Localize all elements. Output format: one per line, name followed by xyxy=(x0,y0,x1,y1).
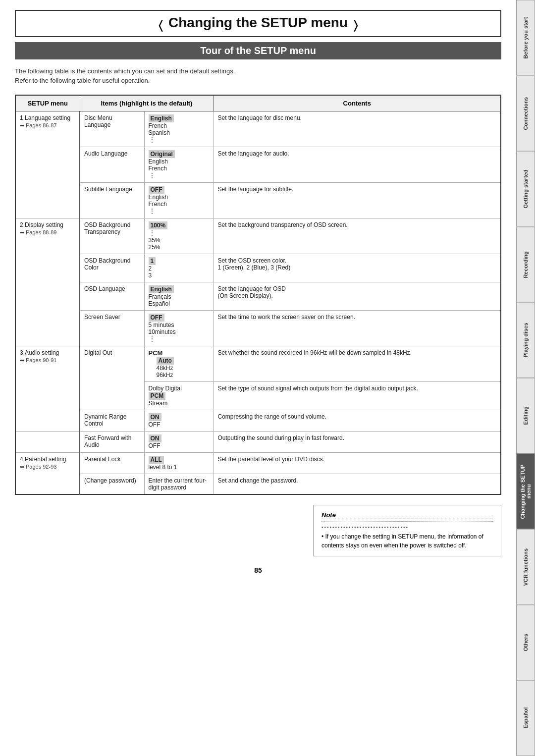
highlight-auto: Auto xyxy=(157,357,174,365)
item-fast-forward: Fast Forward with Audio xyxy=(80,431,144,452)
value-osd-language: English Français Español xyxy=(144,282,214,310)
value-digital-out-pcm: PCM Auto 48kHz 96kHz xyxy=(144,346,214,381)
highlight-off-saver: OFF xyxy=(149,314,164,322)
value-audio-lang: Original English French ⋮ xyxy=(144,147,214,182)
table-row: OSD Language English Français Español Se… xyxy=(15,282,501,310)
table-row: 3.Audio setting ➡ Pages 90-91 Digital Ou… xyxy=(15,346,501,381)
contents-fast-forward: Outputting the sound during play in fast… xyxy=(214,431,501,452)
item-change-password: (Change password) xyxy=(80,474,144,494)
sidebar-tab-connections[interactable]: Connections xyxy=(516,76,535,152)
value-dynamic-range: ON OFF xyxy=(144,410,214,431)
value-fast-forward: ON OFF xyxy=(144,431,214,452)
value-osd-color: 1 2 3 xyxy=(144,254,214,282)
table-row: (Change password) Enter the current four… xyxy=(15,474,501,494)
sidebar-tab-editing[interactable]: Editing xyxy=(516,378,535,454)
setup-cell-parental: 4.Parental setting ➡ Pages 92-93 xyxy=(15,452,80,494)
sidebar-tab-recording[interactable]: Recording xyxy=(516,227,535,303)
setup-cell-language: 1.Language setting ➡ Pages 86-87 xyxy=(15,111,80,218)
table-row: 2.Display setting ➡ Pages 88-89 OSD Back… xyxy=(15,218,501,254)
item-dynamic-range: Dynamic Range Control xyxy=(80,410,144,431)
highlight-original: Original xyxy=(149,150,175,158)
contents-change-password: Set and change the password. xyxy=(214,474,501,494)
page-title: Changing the SETUP menu xyxy=(168,15,348,30)
setup-cell-display: 2.Display setting ➡ Pages 88-89 xyxy=(15,218,80,346)
table-row: Dynamic Range Control ON OFF Compressing… xyxy=(15,410,501,431)
value-subtitle-lang: OFF English French ⋮ xyxy=(144,182,214,218)
arrow-icon-parental: ➡ xyxy=(20,464,24,470)
setup-page-display: ➡ Pages 88-89 xyxy=(20,229,75,236)
main-content: 〈 Changing the SETUP menu 〉 Tour of the … xyxy=(0,0,516,589)
note-title: Note xyxy=(321,511,493,522)
title-bracket-right: 〉 xyxy=(354,18,358,32)
setup-page-language: ➡ Pages 86-87 xyxy=(20,122,75,129)
highlight-on-drc: ON xyxy=(149,413,161,421)
sidebar-tab-vcr-functions[interactable]: VCR functions xyxy=(516,529,535,605)
setup-name-display: 2.Display setting xyxy=(20,221,75,228)
page-title-wrapper: 〈 Changing the SETUP menu 〉 xyxy=(15,10,501,37)
value-screen-saver: OFF 5 minutes 10minutes ⋮ xyxy=(144,310,214,346)
contents-subtitle-lang: Set the language for subtitle. xyxy=(214,182,501,218)
contents-parental-lock: Set the parental level of your DVD discs… xyxy=(214,452,501,474)
highlight-1: 1 xyxy=(149,257,156,265)
note-box: Note •••••••••••••••••••••••••••••••• • … xyxy=(313,505,501,556)
col-header-items: Items (highlight is the default) xyxy=(80,95,214,111)
setup-page-audio: ➡ Pages 90-91 xyxy=(20,357,75,364)
item-osd-language: OSD Language xyxy=(80,282,144,310)
arrow-icon-audio: ➡ xyxy=(20,357,24,364)
sidebar-tab-espanol[interactable]: Español xyxy=(516,680,535,756)
note-section: Note •••••••••••••••••••••••••••••••• • … xyxy=(15,505,501,556)
setup-name-audio: 3.Audio setting xyxy=(20,349,75,356)
value-disc-menu-lang: English French Spanish ⋮ xyxy=(144,111,214,147)
highlight-english: English xyxy=(149,114,174,122)
title-bracket-left: 〈 xyxy=(159,18,162,32)
item-osd-bg-transparency: OSD Background Transparency xyxy=(80,218,144,254)
table-row: Fast Forward with Audio ON OFF Outputtin… xyxy=(15,431,501,452)
highlight-100pct: 100% xyxy=(149,221,168,229)
setup-cell-audio-extra xyxy=(15,431,80,452)
setup-table: SETUP menu Items (highlight is the defau… xyxy=(15,95,501,495)
contents-digital-out-pcm: Set whether the sound recorded in 96kHz … xyxy=(214,346,501,381)
page-number: 85 xyxy=(15,566,501,574)
table-row: OSD Background Color 1 2 3 Set the OSD s… xyxy=(15,254,501,282)
item-digital-out: Digital Out xyxy=(80,346,144,410)
contents-screen-saver: Set the time to work the screen saver on… xyxy=(214,310,501,346)
intro-text: The following table is the contents whic… xyxy=(15,66,501,86)
highlight-pcm: PCM xyxy=(149,392,166,400)
sidebar-tab-changing-setup[interactable]: Changing the SETUP menu xyxy=(516,454,535,530)
contents-dynamic-range: Compressing the range of sound volume. xyxy=(214,410,501,431)
sidebar-tab-playing-discs[interactable]: Playing discs xyxy=(516,302,535,378)
item-subtitle-lang: Subtitle Language xyxy=(80,182,144,218)
value-change-password: Enter the current four-digit password xyxy=(144,474,214,494)
contents-digital-out-dolby: Set the type of sound signal which outpu… xyxy=(214,381,501,410)
sidebar-tab-others[interactable]: Others xyxy=(516,605,535,681)
note-dots: •••••••••••••••••••••••••••••••• xyxy=(321,525,493,530)
arrow-icon-display: ➡ xyxy=(20,229,24,236)
table-row: Audio Language Original English French ⋮… xyxy=(15,147,501,182)
item-disc-menu-lang: Disc Menu Language xyxy=(80,111,144,147)
highlight-off-subtitle: OFF xyxy=(149,186,164,194)
arrow-icon: ➡ xyxy=(20,122,24,129)
value-parental-lock: ALL level 8 to 1 xyxy=(144,452,214,474)
table-row: 4.Parental setting ➡ Pages 92-93 Parenta… xyxy=(15,452,501,474)
page-wrapper: Before you start Connections Getting sta… xyxy=(0,0,535,756)
contents-disc-menu-lang: Set the language for disc menu. xyxy=(214,111,501,147)
sidebar-tab-before-you-start[interactable]: Before you start xyxy=(516,0,535,76)
intro-line2: Refer to the following table for useful … xyxy=(15,76,501,86)
col-header-setup: SETUP menu xyxy=(15,95,80,111)
item-audio-lang: Audio Language xyxy=(80,147,144,182)
right-sidebar: Before you start Connections Getting sta… xyxy=(516,0,535,756)
value-osd-transparency: 100% ⋮ 35% 25% xyxy=(144,218,214,254)
section-subtitle: Tour of the SETUP menu xyxy=(15,42,501,59)
table-row: Screen Saver OFF 5 minutes 10minutes ⋮ S… xyxy=(15,310,501,346)
item-osd-bg-color: OSD Background Color xyxy=(80,254,144,282)
highlight-all: ALL xyxy=(149,456,164,464)
contents-audio-lang: Set the language for audio. xyxy=(214,147,501,182)
col-header-contents: Contents xyxy=(214,95,501,111)
contents-osd-transparency: Set the background transparency of OSD s… xyxy=(214,218,501,254)
table-row: Subtitle Language OFF English French ⋮ S… xyxy=(15,182,501,218)
sidebar-tab-getting-started[interactable]: Getting started xyxy=(516,151,535,227)
item-parental-lock: Parental Lock xyxy=(80,452,144,474)
setup-page-parental: ➡ Pages 92-93 xyxy=(20,464,75,470)
highlight-english-osd: English xyxy=(149,285,174,293)
intro-line1: The following table is the contents whic… xyxy=(15,66,501,76)
